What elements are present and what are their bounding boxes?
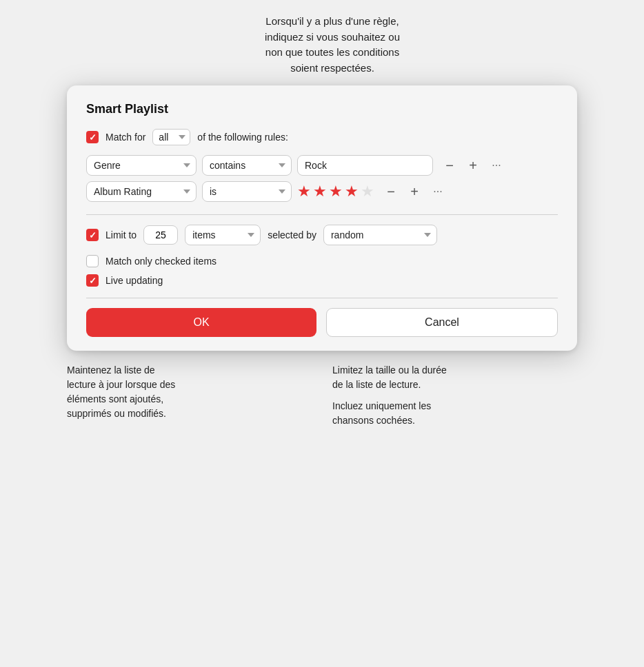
match-only-checked-label: Match only checked items bbox=[105, 256, 217, 267]
rule-add-1[interactable]: + bbox=[465, 157, 481, 174]
live-updating-label: Live updating bbox=[105, 275, 163, 286]
live-updating-checkbox[interactable] bbox=[86, 274, 99, 287]
star-5[interactable]: ★ bbox=[361, 183, 374, 201]
rule-remove-2[interactable]: − bbox=[383, 183, 399, 200]
limit-unit-select[interactable]: items hours minutes MB GB bbox=[185, 225, 261, 245]
rule-actions-1: − + ··· bbox=[441, 157, 505, 174]
limit-row: Limit to items hours minutes MB GB selec… bbox=[86, 225, 558, 245]
rule-more-1[interactable]: ··· bbox=[488, 157, 505, 174]
limit-checkbox[interactable] bbox=[86, 229, 99, 241]
rule-remove-1[interactable]: − bbox=[441, 157, 458, 174]
rule-more-2[interactable]: ··· bbox=[430, 183, 446, 200]
rule-field-1[interactable]: Genre Album Rating Artist Title bbox=[86, 155, 197, 176]
rule-operator-2[interactable]: contains is is not is greater than is le… bbox=[202, 181, 292, 202]
match-all-select[interactable]: all any bbox=[152, 129, 190, 145]
tooltip-bottom-right-1: Limitez la taille ou la durée de la list… bbox=[332, 363, 577, 392]
selected-by-label: selected by bbox=[268, 229, 316, 240]
star-3[interactable]: ★ bbox=[329, 183, 343, 201]
rule-field-2[interactable]: Genre Album Rating Artist Title bbox=[86, 181, 197, 202]
limit-number-input[interactable] bbox=[143, 225, 178, 245]
button-row: OK Cancel bbox=[86, 308, 558, 337]
dialog-title: Smart Playlist bbox=[86, 102, 558, 116]
section-divider-1 bbox=[86, 214, 558, 215]
cancel-button[interactable]: Cancel bbox=[326, 308, 558, 337]
bottom-tooltips: Maintenez la liste de lecture à jour lor… bbox=[67, 363, 577, 428]
star-1[interactable]: ★ bbox=[297, 183, 311, 201]
rule-value-1[interactable] bbox=[297, 155, 433, 176]
tooltip-bottom-right-2: Incluez uniquement les chansons cochées. bbox=[332, 399, 577, 428]
limit-label: Limit to bbox=[105, 229, 137, 240]
star-rating[interactable]: ★ ★ ★ ★ ★ bbox=[297, 183, 374, 201]
tooltip-bottom-right: Limitez la taille ou la durée de la list… bbox=[325, 363, 577, 428]
section-divider-2 bbox=[86, 298, 558, 298]
rule-row: Genre Album Rating Artist Title contains… bbox=[86, 155, 558, 176]
star-4[interactable]: ★ bbox=[345, 183, 359, 201]
rule-add-2[interactable]: + bbox=[406, 183, 423, 200]
match-row: Match for all any of the following rules… bbox=[86, 129, 558, 145]
rule-actions-2: − + ··· bbox=[383, 183, 446, 200]
match-only-checked-checkbox[interactable] bbox=[86, 255, 99, 267]
match-checkbox[interactable] bbox=[86, 131, 99, 143]
selected-by-select[interactable]: random album artist genre highest rating… bbox=[323, 225, 437, 245]
rule-operator-1[interactable]: contains is is not starts with bbox=[202, 155, 292, 176]
tooltip-bottom-left: Maintenez la liste de lecture à jour lor… bbox=[67, 363, 325, 428]
smart-playlist-dialog: Smart Playlist Match for all any of the … bbox=[67, 85, 577, 351]
rules-section: Genre Album Rating Artist Title contains… bbox=[86, 155, 558, 202]
rule-row-2: Genre Album Rating Artist Title contains… bbox=[86, 181, 558, 202]
match-only-checked-row: Match only checked items bbox=[86, 255, 558, 267]
page-container: Lorsqu'il y a plus d'une règle, indiquez… bbox=[14, 14, 630, 428]
ok-button[interactable]: OK bbox=[86, 308, 316, 337]
tooltip-top: Lorsqu'il y a plus d'une règle, indiquez… bbox=[167, 14, 498, 76]
live-updating-row: Live updating bbox=[86, 274, 558, 287]
match-label-before: Match for bbox=[105, 132, 145, 143]
match-label-after: of the following rules: bbox=[197, 132, 288, 143]
star-2[interactable]: ★ bbox=[313, 183, 327, 201]
